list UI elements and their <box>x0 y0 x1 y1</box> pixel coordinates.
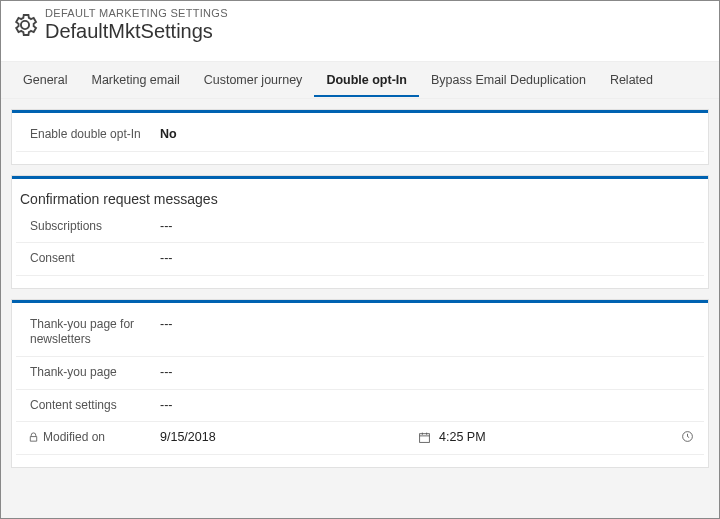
modified-date: 9/15/2018 <box>160 430 418 444</box>
field-value: --- <box>160 219 700 233</box>
field-label: Content settings <box>20 398 160 414</box>
lock-icon <box>28 432 39 443</box>
gear-icon <box>11 11 39 39</box>
field-modified-on[interactable]: Modified on 9/15/2018 4:25 PM <box>16 422 704 455</box>
tab-bypass-dedup[interactable]: Bypass Email Deduplication <box>419 63 598 97</box>
field-thankyou-page[interactable]: Thank-you page --- <box>16 357 704 390</box>
field-label: Thank-you page <box>20 365 160 381</box>
section-title: Confirmation request messages <box>16 185 704 211</box>
section-confirmation-messages: Confirmation request messages Subscripti… <box>11 175 709 289</box>
field-value: --- <box>160 317 700 331</box>
field-value: --- <box>160 251 700 265</box>
page-header: DEFAULT MARKETING SETTINGS DefaultMktSet… <box>1 1 719 61</box>
tab-marketing-email[interactable]: Marketing email <box>79 63 191 97</box>
app-frame: DEFAULT MARKETING SETTINGS DefaultMktSet… <box>0 0 720 519</box>
field-consent[interactable]: Consent --- <box>16 243 704 276</box>
field-label: Modified on <box>20 430 160 446</box>
field-content-settings[interactable]: Content settings --- <box>16 390 704 423</box>
tab-double-opt-in[interactable]: Double opt-In <box>314 63 419 97</box>
field-subscriptions[interactable]: Subscriptions --- <box>16 211 704 244</box>
field-value: --- <box>160 365 700 379</box>
section-thankyou: Thank-you page for newsletters --- Thank… <box>11 299 709 468</box>
field-label: Enable double opt-In <box>20 127 160 143</box>
tab-bar: General Marketing email Customer journey… <box>1 61 719 99</box>
field-value: --- <box>160 398 700 412</box>
field-value: No <box>160 127 700 141</box>
page-title: DefaultMktSettings <box>45 19 228 43</box>
modified-time: 4:25 PM <box>439 430 486 444</box>
tab-related[interactable]: Related <box>598 63 665 97</box>
tab-general[interactable]: General <box>11 63 79 97</box>
field-label: Subscriptions <box>20 219 160 235</box>
section-enable: Enable double opt-In No <box>11 109 709 165</box>
breadcrumb: DEFAULT MARKETING SETTINGS <box>45 7 228 19</box>
content-area: Enable double opt-In No Confirmation req… <box>1 99 719 518</box>
calendar-icon <box>418 431 431 444</box>
field-label: Thank-you page for newsletters <box>20 317 160 348</box>
tab-customer-journey[interactable]: Customer journey <box>192 63 315 97</box>
field-thankyou-newsletters[interactable]: Thank-you page for newsletters --- <box>16 309 704 357</box>
field-label: Consent <box>20 251 160 267</box>
clock-icon <box>681 430 694 443</box>
field-enable-double-opt-in[interactable]: Enable double opt-In No <box>16 119 704 152</box>
svg-rect-0 <box>420 433 430 442</box>
